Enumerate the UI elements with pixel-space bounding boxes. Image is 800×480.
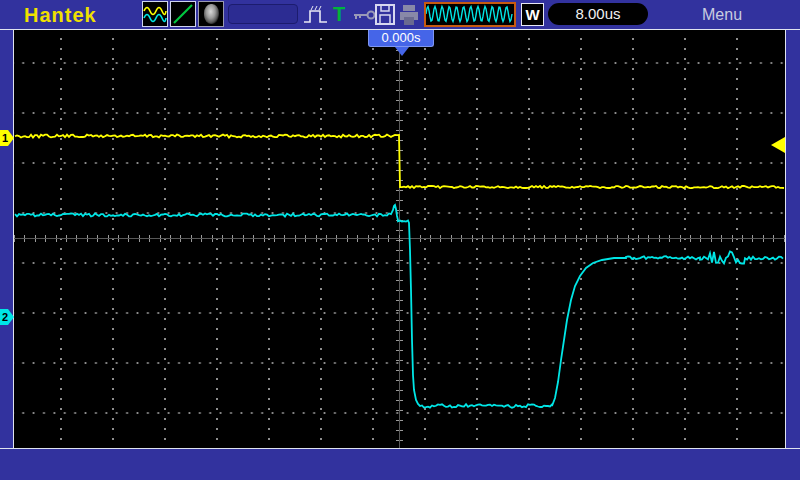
print-icon[interactable] [396,2,422,28]
timebase-readout: 8.00us [548,3,648,25]
ch1-ground-marker: 1 [0,130,14,146]
acquire-mode-badge: W [521,3,544,26]
trigger-t-icon[interactable]: T [333,3,345,26]
channels-icon[interactable] [142,1,168,27]
waveform-traces [14,30,785,448]
trigger-position-readout: 0.000s [368,30,434,47]
ch2-ground-marker: 2 [0,309,14,325]
save-icon[interactable] [372,2,398,28]
hand-icon-glyph [204,4,219,24]
empty-field [228,4,298,24]
preview-waveform [426,4,514,25]
slope-icon-glyph [171,2,195,26]
ch1-trace [15,135,784,189]
bottom-status-bar: DC 20 5.00V DC 20 2.00V CH1 -400mV 1.003… [0,448,800,480]
brand-logo: Hantek [24,4,97,27]
menu-button[interactable]: Menu [702,6,742,24]
ch2-trace [15,205,783,408]
top-status-bar: Hantek T [0,0,800,30]
trigger-position-arrow [395,47,409,56]
hand-icon[interactable] [198,1,224,27]
channels-icon-glyph [143,2,167,26]
pulse-icon[interactable] [302,2,330,28]
slope-icon[interactable] [170,1,196,27]
oscilloscope-screen: Hantek T [0,0,800,480]
trigger-source-preview[interactable] [424,2,516,27]
